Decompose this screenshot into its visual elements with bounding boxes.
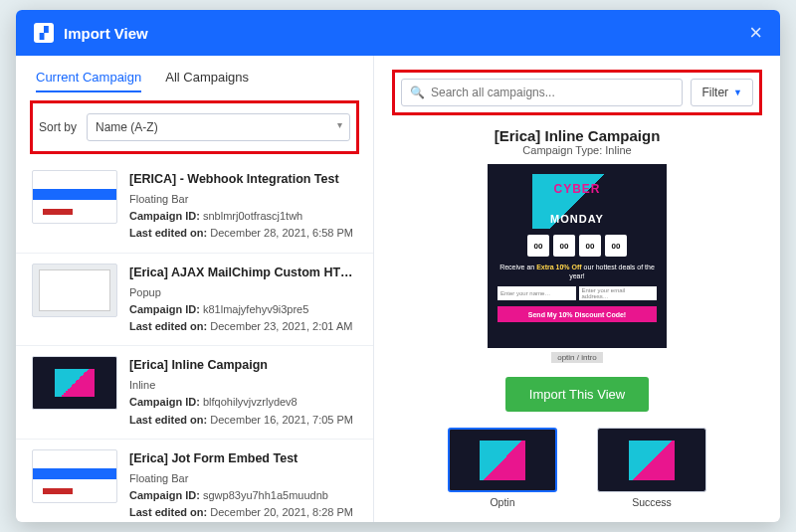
campaign-preview: CYBER MONDAY 00 00 00 00 Receive an Extr… xyxy=(488,164,667,348)
sort-highlight: Sort by Name (A-Z) xyxy=(30,100,359,154)
cyber-text: CYBER xyxy=(553,182,600,196)
search-input[interactable] xyxy=(431,86,674,99)
view-optin[interactable]: Optin xyxy=(448,428,557,508)
campaign-edited: December 16, 2021, 7:05 PM xyxy=(210,414,353,426)
view-selector: Optin Success xyxy=(448,428,706,508)
cyber-monday-graphic: CYBER MONDAY xyxy=(532,174,622,229)
sort-label: Sort by xyxy=(39,120,77,134)
monday-text: MONDAY xyxy=(550,213,604,225)
search-icon: 🔍 xyxy=(410,86,425,99)
campaign-meta: [ERICA] - Webhook Integration Test Float… xyxy=(129,170,353,243)
campaign-edited: December 23, 2021, 2:01 AM xyxy=(210,320,352,332)
preview-cta: Send My 10% Discount Code! xyxy=(498,306,657,322)
campaign-edited: December 28, 2021, 6:58 PM xyxy=(210,227,353,239)
campaign-name: [Erica] AJAX MailChimp Custom HTML xyxy=(129,264,353,282)
campaign-name: [Erica] Jot Form Embed Test xyxy=(129,449,353,468)
list-item[interactable]: [Erica] AJAX MailChimp Custom HTML Popup… xyxy=(16,254,373,347)
campaign-edited: December 20, 2021, 8:28 PM xyxy=(210,506,353,518)
timer-minutes: 00 xyxy=(579,235,601,257)
list-item[interactable]: [ERICA] - Webhook Integration Test Float… xyxy=(16,160,373,254)
id-label: Campaign ID: xyxy=(129,210,200,222)
campaign-id: sgwp83yu7hh1a5muudnb xyxy=(203,489,328,501)
list-item[interactable]: [Erica] Jot Form Embed Test Floating Bar… xyxy=(16,440,373,522)
campaign-list[interactable]: [ERICA] - Webhook Integration Test Float… xyxy=(16,160,373,522)
campaign-type: Popup xyxy=(129,284,353,301)
app-logo-icon: ▞ xyxy=(34,23,54,43)
campaign-list-panel: Current Campaign All Campaigns Sort by N… xyxy=(16,56,374,522)
campaign-id: k81lmajyfehyv9i3pre5 xyxy=(203,303,308,315)
tab-all-campaigns[interactable]: All Campaigns xyxy=(165,70,249,92)
preview-type: Campaign Type: Inline xyxy=(522,144,631,156)
sort-select[interactable]: Name (A-Z) xyxy=(87,113,350,141)
modal-body: Current Campaign All Campaigns Sort by N… xyxy=(16,56,780,522)
campaign-meta: [Erica] Inline Campaign Inline Campaign … xyxy=(129,356,353,429)
campaign-name: [Erica] Inline Campaign xyxy=(129,356,353,375)
campaign-type: Inline xyxy=(129,377,353,394)
tab-current-campaign[interactable]: Current Campaign xyxy=(36,70,141,92)
list-item[interactable]: [Erica] Inline Campaign Inline Campaign … xyxy=(16,346,373,440)
preview-panel: 🔍 Filter ▼ [Erica] Inline Campaign Campa… xyxy=(374,56,780,522)
optin-thumbnail xyxy=(448,428,557,492)
success-label: Success xyxy=(632,496,672,508)
campaign-id: blfqohilyvjvzrlydev8 xyxy=(203,396,298,408)
preview-title: [Erica] Inline Campaign xyxy=(495,127,661,144)
preview-caption: optin / intro xyxy=(551,352,603,363)
success-thumbnail xyxy=(597,428,706,492)
campaign-tabs: Current Campaign All Campaigns xyxy=(16,56,373,98)
search-box[interactable]: 🔍 xyxy=(401,79,683,106)
import-view-modal: ▞ Import View × Current Campaign All Cam… xyxy=(16,10,780,522)
view-success[interactable]: Success xyxy=(597,428,706,508)
timer-hours: 00 xyxy=(553,235,575,257)
campaign-thumbnail xyxy=(32,356,117,410)
campaign-type: Floating Bar xyxy=(129,470,353,487)
campaign-id: snblmrj0otfrascj1twh xyxy=(203,210,302,222)
countdown-timers: 00 00 00 00 xyxy=(527,235,627,257)
preview-name-field: Enter your name… xyxy=(498,286,576,300)
campaign-meta: [Erica] AJAX MailChimp Custom HTML Popup… xyxy=(129,264,353,336)
close-icon[interactable]: × xyxy=(749,20,762,46)
chevron-down-icon: ▼ xyxy=(733,88,742,97)
promo-text: Receive an Extra 10% Off our hottest dea… xyxy=(498,263,657,280)
campaign-thumbnail xyxy=(32,264,117,317)
optin-label: Optin xyxy=(490,496,514,508)
timer-days: 00 xyxy=(527,235,549,257)
campaign-thumbnail xyxy=(32,170,117,224)
campaign-meta: [Erica] Jot Form Embed Test Floating Bar… xyxy=(129,449,353,522)
edited-label: Last edited on: xyxy=(129,227,207,239)
modal-header: ▞ Import View × xyxy=(16,10,780,56)
preview-inputs: Enter your name… Enter your email addres… xyxy=(498,286,657,300)
campaign-name: [ERICA] - Webhook Integration Test xyxy=(129,170,353,189)
campaign-type: Floating Bar xyxy=(129,191,353,208)
filter-label: Filter xyxy=(701,86,728,99)
timer-seconds: 00 xyxy=(605,235,627,257)
filter-button[interactable]: Filter ▼ xyxy=(691,79,753,106)
preview-email-field: Enter your email address… xyxy=(579,286,658,300)
cyber-icon xyxy=(629,441,675,480)
modal-title: Import View xyxy=(64,25,749,42)
search-highlight: 🔍 Filter ▼ xyxy=(392,70,762,115)
campaign-thumbnail xyxy=(32,449,117,503)
sort-select-wrap: Name (A-Z) xyxy=(87,113,350,141)
cyber-icon xyxy=(480,441,525,480)
import-this-view-button[interactable]: Import This View xyxy=(505,377,649,412)
